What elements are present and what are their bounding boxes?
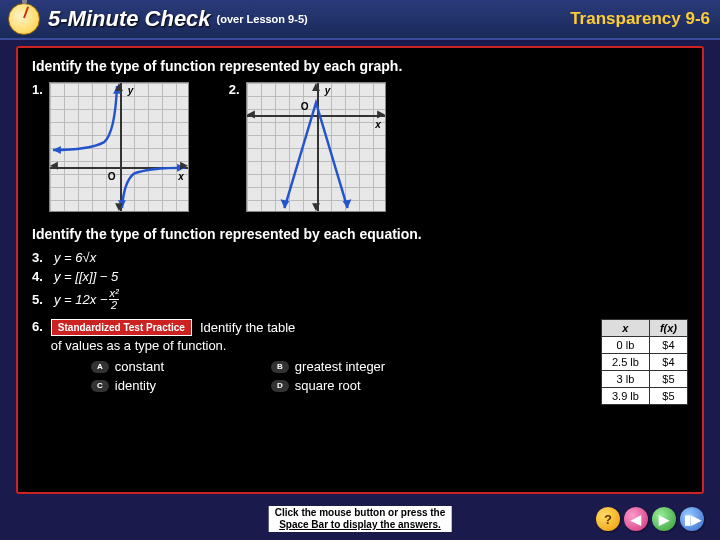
q4-number: 4. [32,269,54,284]
end-button[interactable]: ▮▶ [680,507,704,531]
choice-c[interactable]: C identity [91,378,251,393]
question-2: 2. y x O [229,82,386,212]
svg-marker-13 [312,203,320,211]
q3-number: 3. [32,250,54,265]
choice-label-d: square root [295,378,361,393]
q1-number: 1. [32,82,43,97]
choice-marker-c: C [91,380,109,392]
header-bar: 5-Minute Check (over Lesson 9-5) Transpa… [0,0,720,40]
choice-marker-b: B [271,361,289,373]
back-button[interactable]: ◀ [624,507,648,531]
choice-label-c: identity [115,378,156,393]
footer-line2: Space Bar to display the answers. [275,519,446,531]
q2-number: 2. [229,82,240,97]
choice-marker-d: D [271,380,289,392]
choice-b[interactable]: B greatest integer [271,359,431,374]
fraction-bot: 2 [109,299,118,311]
svg-marker-1 [53,146,61,154]
svg-marker-9 [342,199,351,208]
footer-instruction: Click the mouse button or press the Spac… [269,506,452,532]
svg-marker-12 [312,83,320,91]
lesson-reference: (over Lesson 9-5) [217,13,308,25]
q6-text-line2: of values as a type of function. [51,338,593,353]
table-header-x: x [601,320,649,337]
slide-content: Identify the type of function represente… [16,46,704,494]
question-1: 1. y x O [32,82,189,212]
standardized-test-badge: Standardized Test Practice [51,319,192,336]
footer-line1: Click the mouse button or press the [275,507,446,519]
footer-bar: Click the mouse button or press the Spac… [0,498,720,540]
nav-buttons: ? ◀ ▶ ▮▶ [596,507,704,531]
question-4: 4. y = [[x]] − 5 [32,269,688,284]
stopwatch-icon [8,3,40,35]
q4-equation: y = [[x]] − 5 [54,269,118,284]
svg-marker-8 [280,199,289,208]
q6-number: 6. [32,319,43,334]
choice-a[interactable]: A constant [91,359,251,374]
transparency-label: Transparency 9-6 [570,9,710,29]
table-header-fx: f(x) [649,320,687,337]
q5-fraction: x² 2 [109,288,118,311]
equation-list: 3. y = 6√x 4. y = [[x]] − 5 5. y = 12x −… [32,250,688,311]
svg-marker-5 [50,162,58,170]
svg-marker-10 [377,111,385,119]
q5-number: 5. [32,292,54,307]
instruction-graphs: Identify the type of function represente… [32,58,688,74]
table-row: 3.9 lb$5 [601,388,687,405]
svg-marker-11 [247,111,255,119]
choice-marker-a: A [91,361,109,373]
q6-text-line1: Identify the table [200,320,593,335]
graph-2: y x O [246,82,386,212]
graph-1: y x O [49,82,189,212]
question-6: 6. Standardized Test Practice Identify t… [32,319,688,405]
choice-label-a: constant [115,359,164,374]
absolute-value-curve [247,83,385,211]
q5-equation-a: y = 12x − [54,292,107,307]
choice-label-b: greatest integer [295,359,385,374]
forward-button[interactable]: ▶ [652,507,676,531]
graph-row: 1. y x O [32,82,688,212]
table-row: 0 lb$4 [601,337,687,354]
values-table: xf(x) 0 lb$4 2.5 lb$4 3 lb$5 3.9 lb$5 [601,319,688,405]
answer-choices: A constant B greatest integer C identity… [91,359,593,393]
rational-curve [50,83,188,211]
fraction-top: x² [109,288,118,299]
question-5: 5. y = 12x − x² 2 [32,288,688,311]
choice-d[interactable]: D square root [271,378,431,393]
instruction-equations: Identify the type of function represente… [32,226,688,242]
app-title: 5-Minute Check [48,6,211,32]
q3-equation: y = 6√x [54,250,96,265]
question-3: 3. y = 6√x [32,250,688,265]
help-button[interactable]: ? [596,507,620,531]
table-row: 2.5 lb$4 [601,354,687,371]
table-row: 3 lb$5 [601,371,687,388]
